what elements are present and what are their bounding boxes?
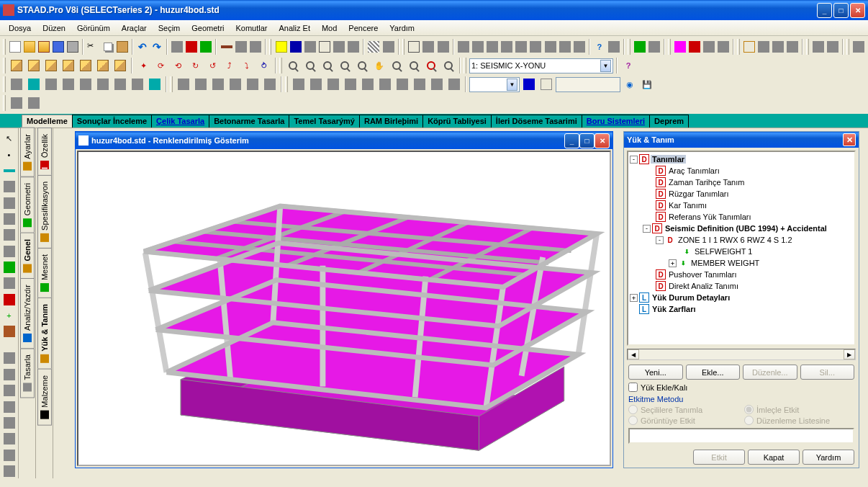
sel-2[interactable]: [26, 76, 42, 92]
tree-item[interactable]: DRüzgar Tanımları: [630, 188, 853, 200]
sel-28[interactable]: ◉: [622, 76, 638, 92]
grip-icon[interactable]: [285, 76, 288, 92]
cube-5-button[interactable]: [78, 58, 94, 73]
sel-beam-button[interactable]: [1, 164, 17, 178]
sel-11[interactable]: [193, 76, 209, 92]
grip-icon[interactable]: [3, 39, 6, 55]
sel-1[interactable]: [9, 76, 24, 92]
sel-17[interactable]: [308, 76, 324, 92]
radio-selected[interactable]: Seçililere Tanımla: [628, 405, 738, 414]
radio-cursor[interactable]: İmleçle Etkit: [744, 405, 854, 414]
zoom-in-button[interactable]: [285, 58, 301, 73]
sel-19[interactable]: [343, 76, 358, 92]
sel-14[interactable]: [245, 76, 261, 92]
radio-view[interactable]: Görüntüye Etkit: [628, 416, 738, 425]
tb-btn-11[interactable]: [333, 39, 345, 55]
load-add-checkbox[interactable]: [628, 383, 638, 392]
tb-btn-31[interactable]: [688, 39, 701, 55]
grip-icon[interactable]: [668, 39, 671, 55]
help-button[interactable]: ?: [593, 39, 606, 55]
sel-8[interactable]: [130, 76, 145, 92]
r4-2[interactable]: [26, 95, 42, 111]
vt-21[interactable]: [1, 464, 17, 478]
tb-btn-25[interactable]: [559, 39, 571, 55]
sel-26[interactable]: [521, 76, 537, 92]
tb-btn-32[interactable]: [702, 39, 715, 55]
save-button[interactable]: [52, 39, 65, 55]
tab-kopru[interactable]: Köprü Tabliyesi: [422, 115, 492, 128]
sel-25[interactable]: [446, 76, 462, 92]
cut-button[interactable]: ✂: [86, 39, 99, 55]
vtab-mesnet[interactable]: Mesnet: [37, 248, 52, 298]
vt-18[interactable]: [1, 416, 17, 430]
sel-15[interactable]: [262, 76, 278, 92]
tab-celik[interactable]: Çelik Tasarla: [151, 115, 209, 128]
vt-20[interactable]: [1, 447, 17, 462]
help-button[interactable]: Yardım: [803, 450, 854, 465]
sel-23[interactable]: [412, 76, 428, 92]
grip-icon[interactable]: [3, 95, 6, 111]
tb-btn-13[interactable]: [367, 39, 380, 55]
vt-19[interactable]: [1, 432, 17, 446]
tb-btn-14[interactable]: [381, 39, 394, 55]
tab-betonarme[interactable]: Betonarme Tasarla: [209, 115, 289, 128]
tb-btn-12[interactable]: [347, 39, 360, 55]
menu-komutlar[interactable]: Komutlar: [230, 22, 273, 34]
grip-icon[interactable]: [628, 39, 630, 55]
tree-item-memberw[interactable]: +⬇MEMBER WEIGHT: [630, 257, 853, 269]
grip-icon[interactable]: [3, 58, 6, 73]
print-button[interactable]: [66, 39, 79, 55]
tree-item-seismic[interactable]: -DSeismic Definition (UBC 1994) + Accide…: [630, 223, 853, 234]
tb-btn-40[interactable]: [852, 39, 865, 55]
tb-btn-22[interactable]: [515, 39, 528, 55]
sel-27[interactable]: [538, 76, 554, 92]
vt-17[interactable]: [1, 399, 17, 414]
assign-button[interactable]: Etkit: [693, 450, 745, 465]
doc-close-button[interactable]: ✕: [595, 133, 610, 148]
definitions-tree[interactable]: - D Tanımlar DAraç Tanımları DZaman Tari…: [627, 151, 856, 346]
tab-doseme[interactable]: İleri Döseme Tasarimi: [491, 115, 582, 128]
vtab-tasarla[interactable]: Tasarla: [20, 348, 35, 398]
expand-icon[interactable]: +: [630, 294, 638, 302]
redo-button[interactable]: ↷: [150, 39, 163, 55]
vtab-spesifikasyon[interactable]: Spesifikasyon: [37, 175, 52, 249]
tab-ram[interactable]: RAM Birleþimi: [359, 115, 423, 128]
sel-22[interactable]: [394, 76, 410, 92]
tb-btn-16[interactable]: [422, 39, 435, 55]
cube-1-button[interactable]: [9, 58, 24, 73]
tree-item-load-env[interactable]: LYük Zarfları: [630, 303, 853, 315]
new-button[interactable]: Yeni...: [628, 365, 683, 380]
close-button[interactable]: ✕: [850, 3, 865, 18]
tb-btn-30[interactable]: [674, 39, 687, 55]
sel-24[interactable]: [429, 76, 445, 92]
spin-button[interactable]: ⥁: [256, 58, 272, 73]
collapse-icon[interactable]: -: [630, 156, 638, 164]
tb-btn-1[interactable]: [171, 39, 184, 55]
cube-4-button[interactable]: [60, 58, 76, 73]
tree-item[interactable]: DDirekt Analiz Tanımı: [630, 280, 853, 292]
tb-btn-23[interactable]: [529, 39, 542, 55]
zoom-dyn-button[interactable]: [389, 58, 404, 73]
tab-sonuclar[interactable]: Sonuçlar İnceleme: [72, 115, 152, 128]
sel-9[interactable]: [147, 76, 163, 92]
tb-btn-36[interactable]: [772, 39, 785, 55]
rotate-3-button[interactable]: ↻: [187, 58, 203, 73]
model-viewport[interactable]: [77, 151, 611, 466]
menu-yardim[interactable]: Yardım: [384, 22, 420, 34]
tree-item[interactable]: DAraç Tanımları: [630, 165, 853, 177]
combo-small-1[interactable]: ▼: [469, 77, 520, 92]
zoom-prev-button[interactable]: [354, 58, 370, 73]
cube-7-button[interactable]: [112, 58, 128, 73]
tb-btn-33[interactable]: [717, 39, 730, 55]
sel-20[interactable]: [360, 76, 376, 92]
new-button[interactable]: [9, 39, 22, 55]
sel-3[interactable]: [43, 76, 59, 92]
cube-3-button[interactable]: [43, 58, 59, 73]
tb-btn-38[interactable]: [812, 39, 825, 55]
tb-btn-10[interactable]: [318, 39, 331, 55]
sel-6[interactable]: [95, 76, 111, 92]
tb-btn-9[interactable]: [304, 39, 317, 55]
vtab-analiz[interactable]: Analiz/Yazdır: [20, 278, 35, 349]
chevron-down-icon[interactable]: ▼: [600, 60, 611, 72]
menu-mod[interactable]: Mod: [316, 22, 343, 34]
